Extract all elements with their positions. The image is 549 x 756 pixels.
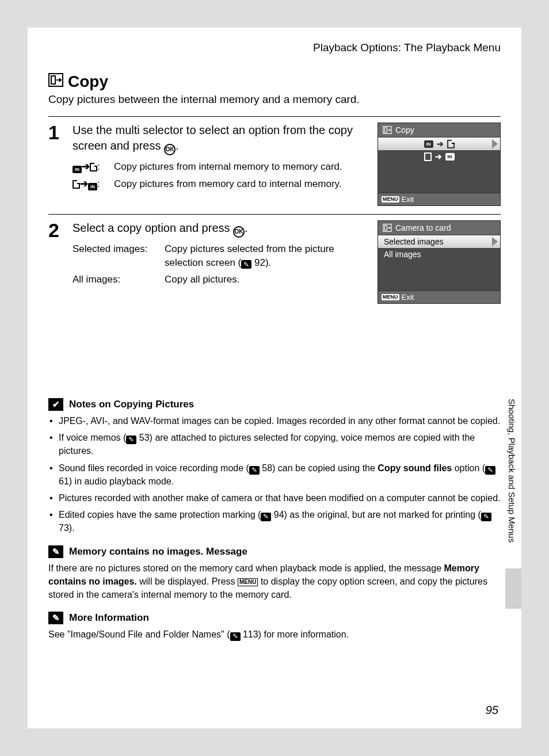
manual-page: Playback Options: The Playback Menu Copy… xyxy=(28,28,521,728)
page-ref-icon: ✎ xyxy=(241,260,251,269)
page-ref-icon: ✎ xyxy=(261,513,271,521)
section-header: Playback Options: The Playback Menu xyxy=(48,41,501,54)
lcd-option-in-to-card: IN ➔ xyxy=(378,138,500,150)
svg-rect-1 xyxy=(51,76,55,84)
note-item: If voice memos (✎ 53) are attached to pi… xyxy=(48,431,501,457)
copy-icon xyxy=(383,224,392,232)
page-ref-icon: ✎ xyxy=(126,436,136,444)
notes-list: JPEG-, AVI-, and WAV-format images can b… xyxy=(48,414,501,535)
option-internal-to-card: IN➔: Copy pictures from internal memory … xyxy=(73,160,367,174)
direction-icon: ➔IN: xyxy=(73,177,108,191)
more-info-paragraph: See "Image/Sound File and Folder Names" … xyxy=(48,628,501,641)
option-selected-images: Selected images: Copy pictures selected … xyxy=(73,242,367,270)
arrow-right-icon: ➔ xyxy=(437,139,444,148)
message-heading: ✎ Memory contains no images. Message xyxy=(48,545,501,558)
option-desc: Copy pictures from memory card to intern… xyxy=(114,177,367,191)
note-item: Pictures recorded with another make of c… xyxy=(48,491,501,505)
menu-button-icon: MENU xyxy=(382,196,399,203)
lcd-title: Copy xyxy=(378,123,500,138)
internal-memory-icon: IN xyxy=(424,140,433,148)
note-item: Sound files recorded in voice recording … xyxy=(48,461,501,488)
step-number: 2 xyxy=(48,220,64,304)
option-desc: Copy pictures selected from the picture … xyxy=(165,242,367,270)
note-item: JPEG-, AVI-, and WAV-format images can b… xyxy=(48,414,501,427)
internal-memory-icon: IN xyxy=(445,153,455,161)
option-all-images: All images: Copy all pictures. xyxy=(73,273,367,287)
step-2: 2 Select a copy option and press OK. Sel… xyxy=(48,215,501,312)
menu-button-icon: MENU xyxy=(238,578,258,586)
caution-icon: ✔ xyxy=(48,398,63,411)
lcd-option-selected: Selected images xyxy=(378,235,500,248)
intro-text: Copy pictures between the internal memor… xyxy=(48,93,501,106)
card-icon xyxy=(424,152,432,161)
step-instruction: Select a copy option and press OK. xyxy=(73,220,367,238)
option-label: Selected images: xyxy=(73,242,159,270)
option-desc: Copy pictures from internal memory to me… xyxy=(114,160,367,174)
direction-icon: IN➔: xyxy=(73,160,108,174)
step-instruction: Use the multi selector to select an opti… xyxy=(73,123,367,155)
option-card-to-internal: ➔IN: Copy pictures from memory card to i… xyxy=(73,177,367,191)
page-title: Copy xyxy=(48,72,501,91)
menu-button-icon: MENU xyxy=(382,294,399,300)
step-number: 1 xyxy=(48,123,64,206)
note-item: Edited copies have the same protection m… xyxy=(48,508,501,534)
page-ref-icon: ✎ xyxy=(481,513,491,521)
card-icon xyxy=(73,180,80,189)
side-tab-label: Shooting, Playback and Setup Menus xyxy=(502,373,521,568)
arrow-right-icon: ➔ xyxy=(80,178,88,189)
message-paragraph: If there are no pictures stored on the m… xyxy=(48,562,501,602)
lcd-option-card-to-in: ➔ IN xyxy=(378,150,500,163)
notes-section: ✔ Notes on Copying Pictures JPEG-, AVI-,… xyxy=(48,398,501,641)
pencil-icon: ✎ xyxy=(48,545,63,558)
svg-rect-5 xyxy=(384,226,387,230)
lcd-screen-copy: Copy IN ➔ ➔ IN xyxy=(378,123,501,206)
info-icon: ✎ xyxy=(48,612,63,624)
svg-rect-3 xyxy=(384,128,387,132)
page-number: 95 xyxy=(486,704,498,717)
lcd-title: Camera to card xyxy=(378,221,500,235)
internal-memory-icon: IN xyxy=(73,166,82,173)
card-icon xyxy=(447,140,455,148)
ok-button-icon: OK xyxy=(233,226,245,238)
copy-icon xyxy=(383,126,392,134)
page-ref-icon: ✎ xyxy=(249,466,260,475)
page-ref-icon: ✎ xyxy=(485,466,495,475)
lcd-footer: MENU Exit xyxy=(378,193,500,205)
lcd-screen-camera-to-card: Camera to card Selected images All image… xyxy=(378,220,501,304)
more-info-heading: ✎ More Information xyxy=(48,612,501,624)
ok-button-icon: OK xyxy=(164,144,176,155)
page-title-text: Copy xyxy=(68,72,108,91)
lcd-footer: MENU Exit xyxy=(378,291,500,303)
thumb-tab xyxy=(505,568,521,609)
page-ref-icon: ✎ xyxy=(230,632,241,641)
lcd-option-all: All images xyxy=(378,248,500,261)
notes-heading: ✔ Notes on Copying Pictures xyxy=(48,398,501,411)
card-icon xyxy=(90,163,97,171)
arrow-right-icon: ➔ xyxy=(82,161,90,172)
step-1: 1 Use the multi selector to select an op… xyxy=(48,117,501,214)
option-desc: Copy all pictures. xyxy=(165,273,367,287)
option-label: All images: xyxy=(73,273,159,287)
copy-icon xyxy=(48,72,63,91)
internal-memory-icon: IN xyxy=(88,183,97,190)
arrow-right-icon: ➔ xyxy=(435,152,442,161)
